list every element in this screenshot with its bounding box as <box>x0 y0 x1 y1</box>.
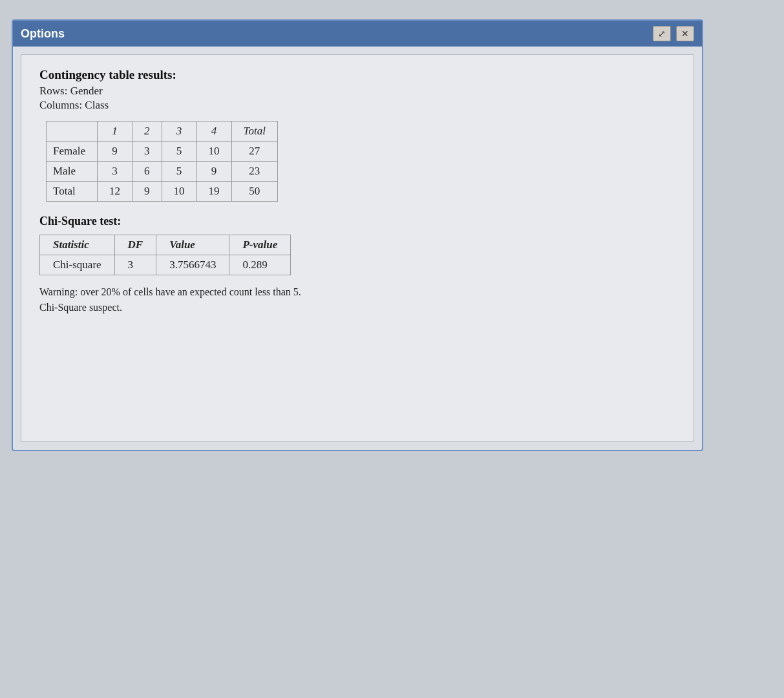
expand-button[interactable]: ⤢ <box>653 26 671 41</box>
options-window: Options ⤢ ✕ Contingency table results: R… <box>12 19 703 451</box>
row-total-2: 9 <box>132 182 162 202</box>
row-total-1: 12 <box>98 182 132 202</box>
row-female-total: 27 <box>231 142 277 162</box>
chi-col-value: Value <box>156 235 229 255</box>
content-area: Contingency table results: Rows: Gender … <box>21 54 694 442</box>
row-female-2: 3 <box>132 142 162 162</box>
table-row: Total 12 9 10 19 50 <box>47 182 278 202</box>
header-col4: 4 <box>196 122 231 142</box>
row-total-total: 50 <box>231 182 277 202</box>
chi-df: 3 <box>114 255 156 275</box>
row-male-4: 9 <box>196 162 231 182</box>
title-bar: Options ⤢ ✕ <box>13 21 702 47</box>
chi-col-df: DF <box>114 235 156 255</box>
row-male-total: 23 <box>231 162 277 182</box>
window-controls: ⤢ ✕ <box>653 26 694 41</box>
row-male-label: Male <box>47 162 98 182</box>
table-row: Male 3 6 5 9 23 <box>47 162 278 182</box>
row-female-1: 9 <box>98 142 132 162</box>
columns-label: Columns: Class <box>39 99 675 112</box>
chi-square-table: Statistic DF Value P-value Chi-square 3 … <box>39 235 291 275</box>
row-total-4: 19 <box>196 182 231 202</box>
header-col1: 1 <box>98 122 132 142</box>
header-total: Total <box>231 122 277 142</box>
row-female-label: Female <box>47 142 98 162</box>
chi-square-row: Chi-square 3 3.7566743 0.289 <box>40 255 291 275</box>
header-col2: 2 <box>132 122 162 142</box>
header-col3: 3 <box>162 122 196 142</box>
chi-statistic: Chi-square <box>40 255 115 275</box>
row-female-4: 10 <box>196 142 231 162</box>
table-header-row: 1 2 3 4 Total <box>47 122 278 142</box>
row-male-1: 3 <box>98 162 132 182</box>
contingency-table: 1 2 3 4 Total Female 9 3 5 10 27 Male <box>46 121 278 202</box>
table-row: Female 9 3 5 10 27 <box>47 142 278 162</box>
chi-col-pvalue: P-value <box>229 235 291 255</box>
header-empty <box>47 122 98 142</box>
row-male-2: 6 <box>132 162 162 182</box>
chi-col-statistic: Statistic <box>40 235 115 255</box>
warning-message: Warning: over 20% of cells have an expec… <box>39 286 301 297</box>
chi-pvalue: 0.289 <box>229 255 291 275</box>
chi-square-header-row: Statistic DF Value P-value <box>40 235 291 255</box>
row-female-3: 5 <box>162 142 196 162</box>
row-total-3: 10 <box>162 182 196 202</box>
chi-square-heading: Chi-Square test: <box>39 215 675 228</box>
close-button[interactable]: ✕ <box>676 26 694 41</box>
chi-value: 3.7566743 <box>156 255 229 275</box>
rows-label: Rows: Gender <box>39 85 675 98</box>
row-total-label: Total <box>47 182 98 202</box>
row-male-3: 5 <box>162 162 196 182</box>
contingency-heading: Contingency table results: <box>39 68 675 82</box>
window-title: Options <box>21 27 65 41</box>
warning-text: Warning: over 20% of cells have an expec… <box>39 284 492 315</box>
chi-square-note: Chi-Square suspect. <box>39 302 122 313</box>
